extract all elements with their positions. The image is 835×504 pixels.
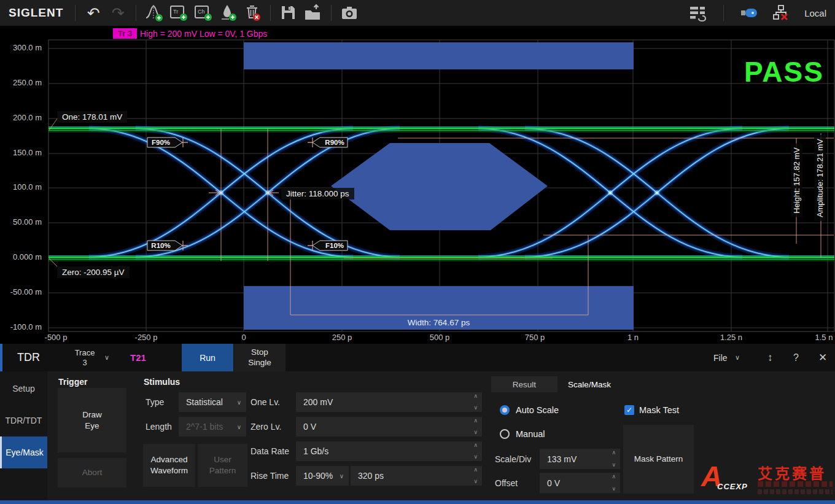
tab-scale-mask[interactable]: Scale/Mask [557,376,621,392]
zero-level-input[interactable]: 0 V ∧∨ [296,417,482,436]
accexp-chinese-text: 艾克赛普 [758,462,826,483]
chevron-down-icon: ∨ [237,424,241,430]
spinner-control[interactable]: ∧∨ [612,474,616,492]
x-axis-tick: 250 p [317,333,367,342]
app-window: SIGLENT ↶ ↷ Tr Ch [0,0,835,504]
auto-scale-label[interactable]: Auto Scale [516,405,559,415]
abort-button[interactable]: Abort [58,458,126,487]
spinner-control[interactable]: ∧∨ [473,394,478,411]
sidebar-item-setup[interactable]: Setup [0,373,47,405]
add-trace-icon[interactable]: Tr [168,2,190,23]
window-bottom-border [0,500,835,504]
marker-label-r90: R90% [325,139,344,146]
close-icon[interactable]: ✕ [818,344,827,371]
user-pattern-button[interactable]: User Pattern [198,444,247,487]
x-axis-tick: 500 p [415,333,464,342]
offset-input[interactable]: 0 V ∧∨ [540,473,620,493]
redo-icon[interactable]: ↷ [107,2,129,23]
delete-icon[interactable] [241,2,263,23]
trace-badge[interactable]: Tr 3 [113,28,137,39]
file-menu[interactable]: File [713,344,728,371]
x-axis-tick: 1.25 n [707,333,756,342]
spinner-control[interactable]: ∧∨ [473,418,478,435]
toolbar-right: Local [686,2,826,23]
y-axis-tick: 100.0 m [2,182,42,192]
marker-label-r10: R10% [151,242,170,249]
manual-label[interactable]: Manual [516,429,545,439]
resize-icon[interactable]: ↕ [767,344,773,371]
chevron-down-icon[interactable]: ∨ [735,344,740,371]
spinner-control[interactable]: ∧∨ [473,467,478,484]
logo-subtext-strip [758,481,833,487]
add-channel-icon[interactable]: Ch [192,2,214,23]
x-axis-tick: -500 p [31,333,80,342]
connection-status[interactable]: Local [804,8,826,18]
jitter-annotation: Jitter: 118.000 ps [281,188,354,200]
rise-time-label: Rise Time [251,471,289,481]
mask-test-checkbox[interactable]: ✓ [624,405,634,415]
x-axis-tick: 750 p [510,333,559,342]
siglent-logo: SIGLENT [9,6,63,20]
y-axis-tick: 250.0 m [2,78,42,87]
mask-pattern-button[interactable]: Mask Pattern [623,425,694,494]
data-rate-input[interactable]: 1 Gb/s ∧∨ [296,441,482,461]
y-axis-tick: -100.0 m [2,322,42,331]
y-axis-tick: -50.00 m [2,287,42,297]
help-icon[interactable]: ? [793,344,799,371]
logo-url-strip [758,489,833,494]
tab-result[interactable]: Result [491,376,557,392]
chevron-down-icon[interactable]: ∨ [104,344,109,371]
length-dropdown[interactable]: 2^7-1 bits∨ [179,417,246,436]
toolbar-separator [136,5,136,21]
zero-level-label: Zero Lv. [251,422,281,432]
amplitude-annotation: Amplitude: 178.21 mV [814,135,826,221]
run-button[interactable]: Run [182,344,233,371]
one-level-annotation: One: 178.01 mV [57,111,127,123]
toolbar-separator [331,5,332,21]
x-axis-tick: 0 [219,333,268,342]
tdr-titlebar: TDR Trace 3 ∨ T21 Run Stop Single File ∨… [0,344,835,371]
spinner-control[interactable]: ∧∨ [473,443,478,460]
mask-test-label[interactable]: Mask Test [639,405,679,415]
sidebar-item-tdr-tdt[interactable]: TDR/TDT [0,405,47,436]
spinner-control[interactable]: ∧∨ [612,450,616,468]
type-dropdown[interactable]: Statistical∨ [179,392,246,412]
trace-id-label[interactable]: T21 [130,344,146,371]
accexp-logo-text: CCEXP [717,482,748,491]
main-toolbar: SIGLENT ↶ ↷ Tr Ch [0,0,835,26]
app-title: TDR [17,344,40,371]
svg-text:Ch: Ch [198,9,205,15]
data-rate-label: Data Rate [251,446,289,456]
eye-diagram-canvas: F90% R90% R10% F10% [0,26,835,344]
auto-scale-radio[interactable] [500,405,510,415]
one-level-input[interactable]: 200 mV ∧∨ [296,392,482,412]
add-marker-icon[interactable] [217,2,239,23]
add-waveform-icon[interactable] [143,2,165,23]
chevron-down-icon: ∨ [237,399,241,406]
marker-label-f10: F10% [325,242,344,249]
draw-eye-button[interactable]: Draw Eye [58,388,126,452]
scale-div-input[interactable]: 133 mV ∧∨ [540,449,620,469]
y-axis-tick: 50.00 m [2,217,42,227]
manual-radio[interactable] [500,429,510,439]
trace-selector[interactable]: Trace 3 [68,344,102,371]
y-axis-tick: 300.0 m [2,43,42,52]
advanced-waveform-button[interactable]: Advanced Waveform [143,444,195,487]
open-icon[interactable] [302,2,324,23]
toolbar-separator [75,5,76,21]
screenshot-icon[interactable] [338,2,360,23]
width-annotation: Width: 764.67 ps [388,318,489,327]
stop-single-button[interactable]: Stop Single [234,344,285,371]
x-axis-tick: 1.5 n [799,333,835,342]
undo-icon[interactable]: ↶ [82,2,104,23]
x-axis-tick: 1 n [608,333,658,342]
save-icon[interactable] [278,2,300,23]
rise-time-ref-dropdown[interactable]: 10-90%∨ [296,466,349,486]
layout-link-icon[interactable] [687,2,709,23]
mask-center-hexagon [331,143,548,230]
rise-time-input[interactable]: 320 ps ∧∨ [351,466,482,486]
usb-icon[interactable] [738,2,760,23]
network-error-icon[interactable] [770,2,792,23]
scale-div-label: Scale/Div [495,454,531,464]
sidebar-item-eye-mask[interactable]: Eye/Mask [0,436,47,468]
